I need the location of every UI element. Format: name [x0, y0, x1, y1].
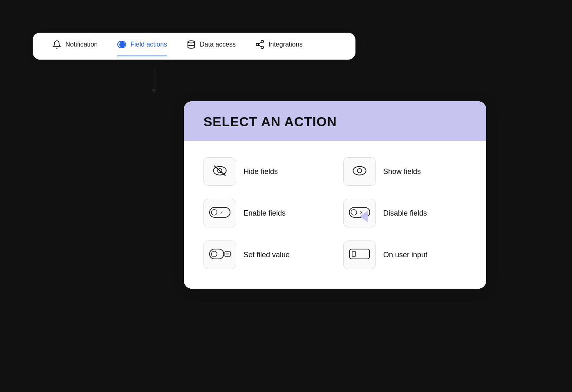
panel-header: SELECT AN ACTION	[184, 101, 486, 141]
show-fields-icon-box	[343, 157, 376, 186]
action-enable-fields[interactable]: ✓ Enable fields	[203, 199, 327, 227]
main-panel: SELECT AN ACTION Hide fields	[184, 101, 486, 289]
action-on-user-input[interactable]: On user input	[343, 241, 467, 269]
tab-notification[interactable]: Notification	[52, 40, 98, 52]
toggle-value-icon	[209, 248, 230, 262]
action-hide-fields[interactable]: Hide fields	[203, 157, 327, 186]
hide-fields-icon-box	[203, 157, 236, 186]
action-set-field-value[interactable]: Set filed value	[203, 241, 327, 269]
disable-fields-label: Disable fields	[383, 209, 427, 218]
hide-fields-label: Hide fields	[244, 167, 278, 176]
bell-icon	[52, 40, 61, 49]
on-user-input-icon-box	[343, 241, 376, 269]
svg-rect-21	[350, 249, 369, 259]
database-icon	[187, 40, 196, 49]
svg-point-9	[353, 167, 366, 175]
svg-point-10	[358, 169, 362, 173]
svg-rect-22	[352, 252, 356, 256]
svg-point-12	[211, 209, 217, 215]
panel-body: Hide fields Show fields	[184, 141, 486, 289]
integrations-icon	[255, 40, 264, 49]
svg-point-0	[188, 41, 195, 43]
svg-text:✓: ✓	[220, 210, 223, 215]
connector	[151, 69, 157, 94]
toggle-on-icon: ✓	[209, 206, 230, 220]
on-user-input-label: On user input	[383, 251, 427, 259]
eye-off-icon	[211, 163, 228, 180]
svg-point-2	[256, 43, 259, 46]
svg-point-15	[351, 209, 357, 215]
action-show-fields[interactable]: Show fields	[343, 157, 467, 186]
show-fields-label: Show fields	[383, 167, 421, 176]
toggle-icon	[117, 40, 126, 49]
tab-field-actions[interactable]: Field actions	[117, 40, 167, 52]
panel-title: SELECT AN ACTION	[203, 114, 467, 129]
svg-point-1	[261, 40, 264, 43]
input-icon	[349, 248, 370, 262]
field-actions-tab-label: Field actions	[130, 41, 167, 48]
notification-tab-label: Notification	[65, 41, 98, 48]
enable-fields-icon-box: ✓	[203, 199, 236, 227]
enable-fields-label: Enable fields	[244, 209, 286, 218]
top-bar: Notification Field actions Data access	[33, 33, 355, 60]
tab-integrations[interactable]: Integrations	[255, 40, 303, 52]
set-field-value-label: Set filed value	[244, 251, 290, 259]
svg-point-3	[261, 46, 264, 49]
tab-data-access[interactable]: Data access	[187, 40, 236, 52]
eye-icon	[351, 163, 368, 180]
set-field-value-icon-box	[203, 241, 236, 269]
svg-point-18	[211, 251, 217, 257]
data-access-tab-label: Data access	[200, 41, 236, 48]
integrations-tab-label: Integrations	[268, 41, 303, 48]
svg-line-4	[259, 45, 261, 47]
svg-line-5	[259, 42, 261, 44]
svg-rect-17	[210, 249, 224, 259]
